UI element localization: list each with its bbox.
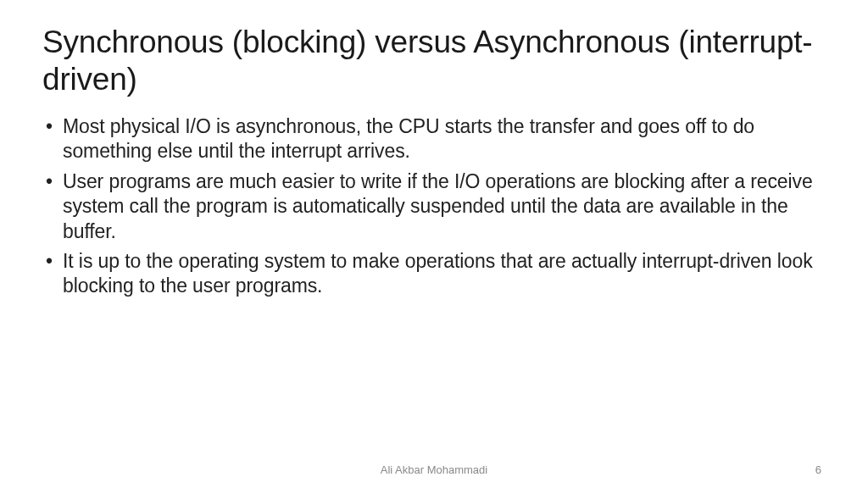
slide-content: Most physical I/O is asynchronous, the C… xyxy=(42,114,826,454)
bullet-item: Most physical I/O is asynchronous, the C… xyxy=(42,114,826,164)
bullet-item: User programs are much easier to write i… xyxy=(42,169,826,244)
footer-author: Ali Akbar Mohammadi xyxy=(0,463,868,476)
footer-page-number: 6 xyxy=(815,463,821,476)
slide-container: Synchronous (blocking) versus Asynchrono… xyxy=(0,0,868,488)
bullet-item: It is up to the operating system to make… xyxy=(42,249,826,299)
slide-title: Synchronous (blocking) versus Asynchrono… xyxy=(42,24,826,99)
bullet-list: Most physical I/O is asynchronous, the C… xyxy=(42,114,826,299)
